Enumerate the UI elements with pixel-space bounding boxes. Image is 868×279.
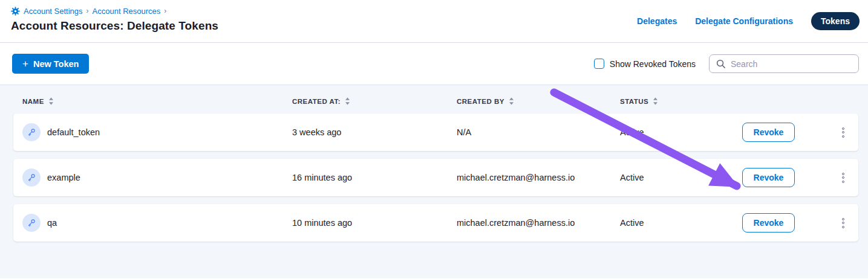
header-tabs: Delegates Delegate Configurations Tokens (637, 12, 860, 30)
column-header-name[interactable]: NAME (13, 97, 292, 105)
revoke-button-row-example[interactable]: Revoke (742, 168, 795, 187)
token-status: Active (620, 173, 742, 182)
token-created-at: 3 weeks ago (292, 127, 457, 137)
token-status: Active (620, 218, 742, 228)
breadcrumb-link-account-settings[interactable]: Account Settings (24, 7, 83, 16)
column-header-status[interactable]: STATUS (620, 97, 742, 105)
breadcrumb-link-account-resources[interactable]: Account Resources (93, 7, 161, 16)
kebab-menu-icon[interactable] (838, 169, 848, 187)
show-revoked-tokens-toggle[interactable]: Show Revoked Tokens (594, 59, 696, 69)
sort-icon (509, 97, 514, 105)
column-header-created-by[interactable]: CREATED BY (457, 97, 620, 105)
table-header-row: NAME CREATED AT: CREATED BY STATUS (13, 97, 858, 105)
token-created-by: michael.cretzman@harness.io (457, 173, 620, 182)
toolbar: + New Token Show Revoked Tokens (0, 43, 868, 85)
token-created-by: N/A (457, 127, 620, 137)
column-header-label: CREATED BY (457, 98, 504, 105)
sort-icon (653, 97, 658, 105)
sort-icon (48, 97, 54, 105)
page-header: Account Settings › Account Resources › A… (0, 0, 868, 43)
column-header-label: NAME (22, 98, 44, 105)
breadcrumb-separator: › (164, 7, 166, 15)
show-revoked-label: Show Revoked Tokens (610, 59, 696, 69)
table-row-example: example 16 minutes ago michael.cretzman@… (13, 159, 858, 196)
table-row-default-token: default_token 3 weeks ago N/A Active Rev… (13, 114, 858, 151)
new-token-button-label: New Token (33, 59, 79, 69)
plus-icon: + (22, 59, 28, 69)
gear-icon (11, 7, 20, 16)
new-token-button[interactable]: + New Token (12, 54, 89, 74)
delegate-tokens-page: Account Settings › Account Resources › A… (0, 0, 868, 279)
token-name: qa (47, 218, 57, 228)
search-input[interactable] (731, 59, 852, 69)
sort-icon (345, 97, 350, 105)
token-name: default_token (47, 127, 100, 137)
breadcrumb-separator: › (86, 7, 89, 15)
column-header-label: STATUS (620, 98, 648, 105)
show-revoked-checkbox[interactable] (594, 59, 604, 69)
toolbar-right: Show Revoked Tokens (594, 54, 859, 73)
column-header-created-at[interactable]: CREATED AT: (292, 97, 457, 105)
token-created-at: 10 minutes ago (292, 218, 457, 228)
kebab-menu-icon[interactable] (838, 124, 848, 141)
token-name: example (47, 173, 80, 182)
key-icon (22, 168, 41, 187)
token-created-at: 16 minutes ago (292, 173, 457, 182)
token-status: Active (620, 127, 742, 137)
tab-tokens[interactable]: Tokens (811, 12, 860, 30)
column-header-label: CREATED AT: (292, 98, 341, 105)
search-icon (716, 59, 726, 69)
kebab-menu-icon[interactable] (838, 214, 848, 232)
table-row-qa: qa 10 minutes ago michael.cretzman@harne… (13, 204, 858, 242)
tokens-table: NAME CREATED AT: CREATED BY STATUS (0, 85, 868, 278)
revoke-button[interactable]: Revoke (742, 213, 795, 232)
token-created-by: michael.cretzman@harness.io (457, 218, 620, 228)
tab-delegates[interactable]: Delegates (637, 16, 677, 26)
search-box (709, 54, 859, 73)
tab-delegate-configurations[interactable]: Delegate Configurations (695, 16, 793, 26)
key-icon (22, 123, 41, 141)
revoke-button[interactable]: Revoke (742, 123, 795, 142)
key-icon (22, 214, 41, 232)
